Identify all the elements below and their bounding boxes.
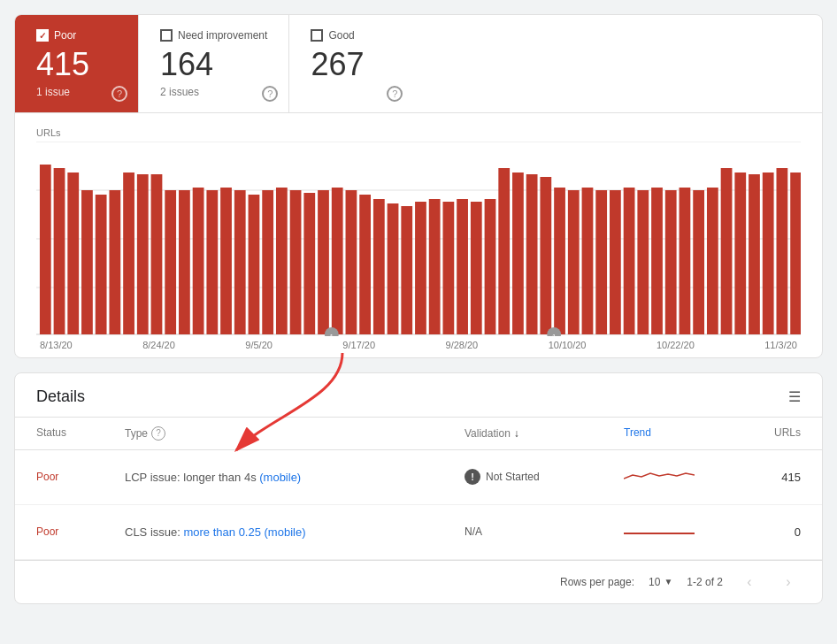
svg-rect-41 (485, 199, 496, 334)
svg-rect-57 (707, 188, 718, 334)
svg-rect-39 (457, 199, 468, 334)
details-card: Details ☰ Status Type ? Validation ↓ Tre… (14, 372, 823, 604)
row1-validation: ! Not Started (465, 469, 624, 485)
svg-rect-54 (665, 190, 677, 334)
svg-rect-33 (373, 199, 385, 334)
row2-trend-svg (624, 518, 695, 544)
filter-icon[interactable]: ☰ (788, 388, 801, 405)
type-help-icon[interactable]: ? (151, 426, 165, 441)
status-poor[interactable]: Poor 415 1 issue ? (15, 15, 139, 112)
good-header: Good (311, 29, 392, 42)
row2-type-link[interactable]: more than 0.25 (mobile) (183, 525, 305, 539)
svg-rect-47 (568, 190, 580, 334)
table-row: Poor CLS issue: more than 0.25 (mobile) … (15, 505, 822, 560)
need-improvement-label: Need improvement (178, 29, 267, 42)
svg-rect-9 (40, 165, 51, 334)
x-label-5: 10/10/20 (549, 340, 587, 350)
not-started-icon: ! (465, 469, 480, 485)
pagination-info: 1-2 of 2 (687, 576, 723, 588)
status-poor-header: Poor (36, 29, 117, 42)
details-title: Details (36, 387, 85, 406)
svg-rect-34 (388, 203, 399, 334)
row2-status: Poor (36, 525, 125, 538)
col-header-type: Type ? (125, 426, 465, 441)
table-row: Poor LCP issue: longer than 4s (mobile) … (15, 450, 822, 505)
rows-per-page-label: Rows per page: (560, 576, 634, 588)
svg-rect-46 (554, 188, 565, 334)
svg-rect-59 (734, 172, 746, 334)
x-label-2: 9/5/20 (245, 340, 273, 350)
svg-rect-42 (498, 168, 510, 334)
svg-rect-28 (303, 193, 315, 334)
need-improvement-help-icon[interactable]: ? (262, 86, 278, 102)
svg-rect-49 (595, 190, 607, 334)
svg-rect-13 (96, 195, 107, 334)
svg-text:1: 1 (329, 333, 334, 336)
row1-urls: 415 (730, 471, 801, 484)
rows-per-page-select[interactable]: 10 ▼ (649, 576, 672, 588)
svg-rect-51 (624, 188, 635, 334)
svg-rect-10 (54, 168, 65, 334)
svg-rect-37 (429, 199, 441, 334)
pagination-next-button[interactable]: › (776, 570, 801, 594)
svg-rect-36 (415, 202, 426, 334)
need-improvement-checkbox[interactable] (160, 29, 173, 42)
x-label-1: 8/24/20 (142, 340, 175, 350)
poor-checkbox[interactable] (36, 29, 49, 42)
status-need-improvement[interactable]: Need improvement 164 2 issues ? (139, 15, 289, 112)
validation-sort-icon[interactable]: ↓ (514, 427, 519, 440)
x-label-3: 9/17/20 (342, 340, 375, 350)
svg-rect-45 (540, 177, 551, 334)
need-improvement-count: 164 (160, 47, 267, 82)
svg-rect-21 (206, 190, 218, 334)
svg-rect-35 (401, 206, 412, 334)
poor-label: Poor (54, 29, 76, 42)
svg-rect-22 (220, 188, 232, 334)
good-label: Good (328, 29, 354, 42)
svg-rect-62 (777, 168, 788, 334)
row1-type: LCP issue: longer than 4s (mobile) (125, 471, 465, 484)
svg-rect-23 (234, 190, 246, 334)
svg-rect-48 (582, 188, 594, 334)
main-card: Poor 415 1 issue ? Need improvement 164 … (14, 14, 823, 358)
need-improvement-issues: 2 issues (160, 86, 267, 98)
x-label-0: 8/13/20 (40, 340, 73, 350)
details-header: Details ☰ (15, 373, 822, 418)
chart-y-label: URLs (36, 127, 801, 138)
pagination-row: Rows per page: 10 ▼ 1-2 of 2 ‹ › (15, 560, 822, 603)
svg-text:1: 1 (552, 333, 557, 336)
svg-rect-32 (359, 195, 371, 334)
need-improvement-header: Need improvement (160, 29, 267, 42)
svg-rect-18 (165, 190, 176, 334)
pagination-prev-button[interactable]: ‹ (737, 570, 762, 594)
svg-rect-63 (790, 172, 801, 334)
row2-validation: N/A (465, 525, 624, 538)
x-label-7: 11/3/20 (764, 340, 797, 350)
svg-rect-12 (81, 190, 93, 334)
chart-svg: 450 300 150 0 (36, 142, 801, 336)
svg-rect-58 (721, 168, 733, 334)
svg-rect-38 (442, 202, 454, 334)
row1-trend-svg (624, 463, 695, 489)
good-count: 267 (311, 47, 392, 82)
svg-rect-30 (332, 188, 343, 334)
good-checkbox[interactable] (311, 29, 323, 42)
status-good[interactable]: Good 267 ? (289, 15, 413, 112)
svg-rect-40 (471, 202, 482, 334)
good-help-icon[interactable]: ? (387, 86, 403, 102)
col-header-status: Status (36, 426, 125, 441)
row2-type: CLS issue: more than 0.25 (mobile) (125, 525, 465, 539)
svg-rect-61 (763, 172, 774, 334)
row1-type-link[interactable]: (mobile) (259, 471, 301, 484)
row1-trend (624, 463, 730, 492)
poor-help-icon[interactable]: ? (111, 86, 127, 102)
svg-rect-26 (276, 188, 288, 334)
svg-rect-52 (637, 190, 649, 334)
svg-rect-50 (610, 190, 621, 334)
svg-rect-11 (67, 172, 79, 334)
svg-rect-20 (193, 188, 204, 334)
row2-urls: 0 (730, 525, 801, 539)
svg-rect-43 (512, 172, 524, 334)
x-axis-labels: 8/13/20 8/24/20 9/5/20 9/17/20 9/28/20 1… (36, 340, 801, 350)
svg-rect-15 (123, 172, 134, 334)
